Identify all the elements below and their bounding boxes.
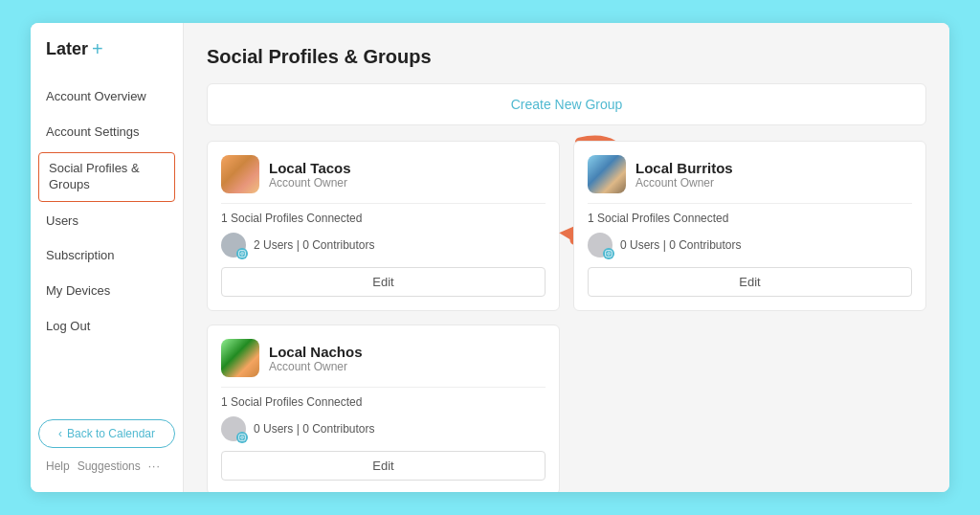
group-users-text-nachos: 0 Users | 0 Contributors <box>254 422 375 436</box>
help-link[interactable]: Help <box>46 459 70 473</box>
social-icon-wrapper-burritos <box>588 233 612 258</box>
group-name-tacos: Local Tacos <box>269 160 351 176</box>
edit-button-nachos[interactable]: Edit <box>221 451 546 481</box>
group-users-row-burritos: 0 Users | 0 Contributors <box>588 233 912 258</box>
instagram-badge-tacos <box>236 248 248 259</box>
group-avatar-nachos <box>221 339 259 377</box>
svg-point-1 <box>241 253 244 256</box>
svg-point-2 <box>244 252 245 253</box>
sidebar-item-social-profiles-groups[interactable]: Social Profiles & Groups <box>38 152 175 202</box>
logo-symbol: + <box>92 38 103 60</box>
group-role-tacos: Account Owner <box>269 176 351 190</box>
sidebar-item-log-out[interactable]: Log Out <box>31 309 183 345</box>
group-profiles-tacos: 1 Social Profiles Connected <box>221 212 546 225</box>
group-avatar-burritos <box>588 155 626 193</box>
svg-point-6 <box>611 252 612 253</box>
group-avatar-tacos <box>221 155 259 193</box>
social-icon-wrapper-tacos <box>221 233 246 258</box>
main-content: Social Profiles & Groups Create New Grou… <box>184 23 949 492</box>
create-group-bar: Create New Group <box>207 83 926 125</box>
edit-button-burritos[interactable]: Edit <box>588 267 912 297</box>
edit-button-tacos[interactable]: Edit <box>221 267 546 297</box>
app-window: Later+ Account Overview Account Settings… <box>31 23 949 492</box>
sidebar-nav: Account Overview Account Settings Social… <box>31 79 183 419</box>
group-users-text-tacos: 2 Users | 0 Contributors <box>254 238 375 252</box>
group-profiles-burritos: 1 Social Profiles Connected <box>588 212 912 225</box>
chevron-left-icon: ‹ <box>58 427 62 440</box>
sidebar: Later+ Account Overview Account Settings… <box>31 23 184 492</box>
sidebar-item-account-settings[interactable]: Account Settings <box>31 115 183 150</box>
group-info-nachos: Local Nachos Account Owner <box>269 344 363 373</box>
group-role-burritos: Account Owner <box>635 176 733 190</box>
svg-point-8 <box>241 437 244 439</box>
group-header-burritos: Local Burritos Account Owner <box>588 155 912 193</box>
group-name-nachos: Local Nachos <box>269 344 363 360</box>
group-card-local-nachos: Local Nachos Account Owner 1 Social Prof… <box>207 325 560 492</box>
svg-point-5 <box>608 253 611 256</box>
groups-grid: Local Tacos Account Owner 1 Social Profi… <box>207 141 926 492</box>
suggestions-link[interactable]: Suggestions <box>78 459 141 473</box>
divider-nachos <box>221 387 546 388</box>
group-card-wrapper-tacos: Local Tacos Account Owner 1 Social Profi… <box>207 141 560 311</box>
sidebar-bottom: ‹ Back to Calendar Help Suggestions ··· <box>31 419 183 481</box>
sidebar-item-users[interactable]: Users <box>31 204 183 239</box>
group-users-row-tacos: 2 Users | 0 Contributors <box>221 233 546 258</box>
group-users-row-nachos: 0 Users | 0 Contributors <box>221 416 546 441</box>
sidebar-footer: Help Suggestions ··· <box>38 456 175 473</box>
logo-text: Later <box>46 39 88 59</box>
sidebar-item-my-devices[interactable]: My Devices <box>31 274 183 309</box>
divider-burritos <box>588 203 912 204</box>
group-users-text-burritos: 0 Users | 0 Contributors <box>620 238 742 252</box>
svg-rect-7 <box>239 435 246 441</box>
sidebar-item-account-overview[interactable]: Account Overview <box>31 79 183 115</box>
svg-rect-4 <box>606 251 612 258</box>
social-icon-wrapper-nachos <box>221 416 246 441</box>
group-name-burritos: Local Burritos <box>635 160 733 176</box>
sidebar-item-subscription[interactable]: Subscription <box>31 238 183 274</box>
logo: Later+ <box>31 38 183 79</box>
group-header-tacos: Local Tacos Account Owner <box>221 155 546 193</box>
group-info-burritos: Local Burritos Account Owner <box>635 160 733 190</box>
back-to-calendar-button[interactable]: ‹ Back to Calendar <box>38 419 175 448</box>
svg-rect-0 <box>239 251 246 258</box>
group-header-nachos: Local Nachos Account Owner <box>221 339 546 377</box>
instagram-badge-burritos <box>603 248 614 259</box>
instagram-badge-nachos <box>236 432 248 443</box>
group-info-tacos: Local Tacos Account Owner <box>269 160 351 190</box>
group-role-nachos: Account Owner <box>269 360 363 373</box>
divider-tacos <box>221 203 546 204</box>
create-new-group-link[interactable]: Create New Group <box>511 97 623 112</box>
group-card-local-burritos: Local Burritos Account Owner 1 Social Pr… <box>573 141 926 311</box>
svg-point-9 <box>244 436 245 437</box>
group-profiles-nachos: 1 Social Profiles Connected <box>221 395 546 409</box>
group-card-local-tacos: Local Tacos Account Owner 1 Social Profi… <box>207 141 560 311</box>
page-title: Social Profiles & Groups <box>207 46 926 68</box>
more-options-icon[interactable]: ··· <box>148 459 161 473</box>
